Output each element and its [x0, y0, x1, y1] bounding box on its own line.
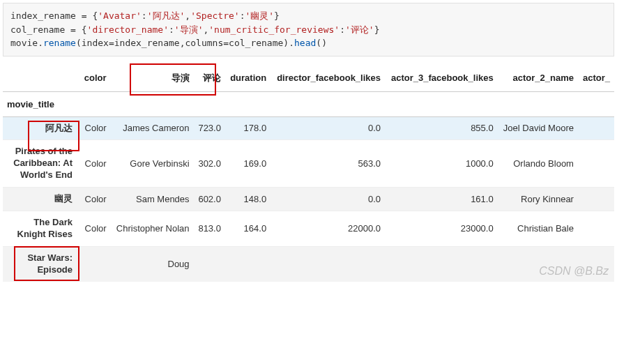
cell: Orlando Bloom — [498, 140, 578, 188]
index-name-row: movie_title — [3, 91, 614, 116]
code-line-1: index_rename = {'Avatar':'阿凡达','Spectre'… — [10, 10, 280, 21]
row-index: 阿凡达 — [3, 116, 79, 140]
cell: Color — [79, 188, 111, 211]
cell: Christian Bale — [498, 211, 578, 246]
cell: 161.0 — [385, 188, 498, 211]
cell: 148.0 — [225, 188, 271, 211]
cell: 22000.0 — [271, 211, 385, 246]
cell: Rory Kinnear — [498, 188, 578, 211]
cell: 0.0 — [271, 188, 385, 211]
cell — [271, 246, 385, 281]
cell — [578, 116, 614, 140]
col-duration: duration — [225, 65, 271, 92]
cell: Color — [79, 140, 111, 188]
table-row: 阿凡达 Color James Cameron 723.0 178.0 0.0 … — [3, 116, 614, 140]
col-actor3-fb: actor_3_facebook_likes — [385, 65, 498, 92]
col-director: 导演 — [111, 65, 194, 92]
watermark: CSDN @B.Bz — [539, 265, 609, 278]
table-row: Pirates of the Caribbean: At World's End… — [3, 140, 614, 188]
index-name: movie_title — [3, 91, 79, 116]
code-line-3: movie.rename(index=index_rename,columns=… — [10, 38, 327, 48]
cell — [225, 246, 271, 281]
cell: 164.0 — [225, 211, 271, 246]
cell: Christopher Nolan — [111, 211, 194, 246]
cell — [578, 211, 614, 246]
cell — [578, 188, 614, 211]
col-color: color — [79, 65, 111, 92]
cell: Sam Mendes — [111, 188, 194, 211]
table-row: 幽灵 Color Sam Mendes 602.0 148.0 0.0 161.… — [3, 188, 614, 211]
cell: 302.0 — [194, 140, 225, 188]
cell: 23000.0 — [385, 211, 498, 246]
row-index: The Dark Knight Rises — [3, 211, 79, 246]
col-reviews: 评论 — [194, 65, 225, 92]
cell: 1000.0 — [385, 140, 498, 188]
cell: Doug — [111, 246, 194, 281]
col-actor2-name: actor_2_name — [498, 65, 578, 92]
cell — [79, 246, 111, 281]
cell: 178.0 — [225, 116, 271, 140]
cell: 602.0 — [194, 188, 225, 211]
cell: Color — [79, 211, 111, 246]
cell: James Cameron — [111, 116, 194, 140]
cell: 813.0 — [194, 211, 225, 246]
cell: 563.0 — [271, 140, 385, 188]
row-index: 幽灵 — [3, 188, 79, 211]
code-line-2: col_rename = {'director_name':'导演','num_… — [10, 24, 379, 35]
cell: Joel David Moore — [498, 116, 578, 140]
table-row: The Dark Knight Rises Color Christopher … — [3, 211, 614, 246]
dataframe-table: color 导演 评论 duration director_facebook_l… — [3, 65, 614, 282]
cell: 855.0 — [385, 116, 498, 140]
col-director-fb: director_facebook_likes — [271, 65, 385, 92]
cell: Gore Verbinski — [111, 140, 194, 188]
header-row: color 导演 评论 duration director_facebook_l… — [3, 65, 614, 92]
cell: 0.0 — [271, 116, 385, 140]
row-index: Star Wars: Episode — [3, 246, 79, 281]
cell — [385, 246, 498, 281]
cell: 169.0 — [225, 140, 271, 188]
cell — [194, 246, 225, 281]
cell: 723.0 — [194, 116, 225, 140]
col-actor-cut: actor_ — [578, 65, 614, 92]
cell: Color — [79, 116, 111, 140]
row-index: Pirates of the Caribbean: At World's End — [3, 140, 79, 188]
code-cell: index_rename = {'Avatar':'阿凡达','Spectre'… — [3, 3, 614, 56]
table-row: Star Wars: Episode Doug — [3, 246, 614, 281]
cell — [578, 140, 614, 188]
output-table-wrap: color 导演 评论 duration director_facebook_l… — [0, 59, 617, 282]
